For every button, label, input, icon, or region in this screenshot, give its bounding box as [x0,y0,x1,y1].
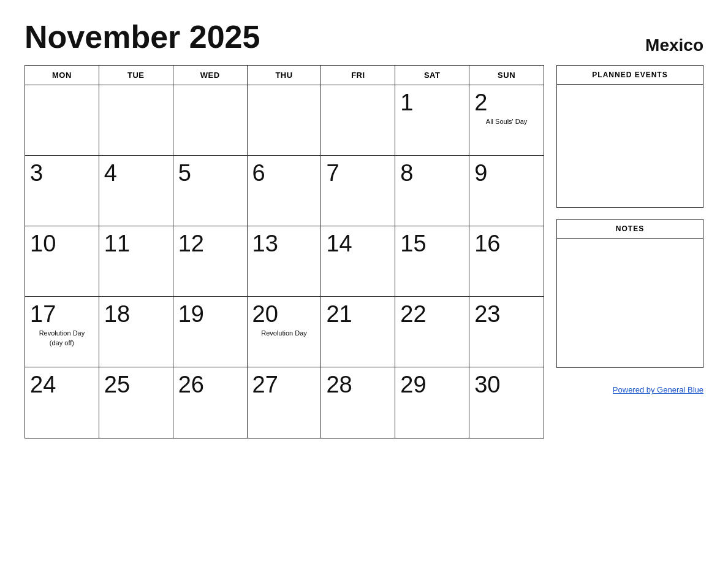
day-cell: 20Revolution Day [248,297,322,367]
day-number: 3 [30,161,43,186]
day-cell: 30 [469,367,544,438]
day-number: 2 [474,90,487,116]
day-cell: 15 [395,226,469,297]
day-number: 18 [104,302,130,327]
calendar-row: 3456789 [25,156,544,226]
day-number: 21 [326,302,352,327]
day-header: SUN [469,66,544,85]
day-cell: 19 [173,297,248,367]
day-cell: 1 [395,85,469,156]
day-cell: 24 [25,367,99,438]
day-number: 19 [178,302,204,327]
day-cell: 5 [173,156,248,226]
day-cell: 14 [321,226,395,297]
day-header: THU [248,66,322,85]
day-number: 23 [474,302,500,327]
day-header: TUE [99,66,173,85]
calendar: MONTUEWEDTHUFRISATSUN 12All Souls' Day34… [25,65,544,439]
planned-events-box: PLANNED EVENTS [556,65,703,208]
day-cell: 13 [248,226,322,297]
day-number: 5 [178,161,191,186]
day-number: 24 [30,372,56,398]
day-cell [25,85,99,156]
calendar-row: 17Revolution Day(day off)181920Revolutio… [25,297,544,367]
day-cell: 28 [321,367,395,438]
day-cell [173,85,248,156]
calendar-row: 24252627282930 [25,367,544,438]
day-cell: 25 [99,367,173,438]
planned-events-header: PLANNED EVENTS [557,66,703,85]
day-number: 8 [400,161,413,186]
day-cell: 12 [173,226,248,297]
day-header: MON [25,66,99,85]
day-number: 9 [474,161,487,186]
day-cell: 26 [173,367,248,438]
day-number: 25 [104,372,130,398]
event-label: Revolution Day [30,329,94,337]
calendar-body: 12All Souls' Day34567891011121314151617R… [25,85,544,438]
calendar-header-row: MONTUEWEDTHUFRISATSUN [25,66,544,85]
day-cell: 7 [321,156,395,226]
day-cell: 22 [395,297,469,367]
day-cell: 9 [469,156,544,226]
day-cell: 18 [99,297,173,367]
notes-body [557,239,703,367]
day-header: WED [173,66,248,85]
day-cell: 2All Souls' Day [469,85,544,156]
powered-by-link[interactable]: Powered by General Blue [613,385,703,394]
day-number: 17 [30,302,56,327]
day-cell: 4 [99,156,173,226]
day-cell: 21 [321,297,395,367]
day-cell: 6 [248,156,322,226]
main-layout: MONTUEWEDTHUFRISATSUN 12All Souls' Day34… [25,65,703,439]
day-cell: 27 [248,367,322,438]
day-number: 1 [400,90,413,116]
page-header: November 2025 Mexico [25,18,703,55]
day-header: SAT [395,66,469,85]
day-number: 11 [104,231,130,257]
day-number: 10 [30,231,56,257]
day-number: 26 [178,372,204,398]
day-number: 14 [326,231,352,257]
calendar-row: 12All Souls' Day [25,85,544,156]
day-header: FRI [321,66,395,85]
day-number: 13 [252,231,278,257]
page-title: November 2025 [25,18,260,55]
day-number: 27 [252,372,278,398]
day-cell [248,85,322,156]
day-number: 16 [474,231,500,257]
notes-box: NOTES [556,219,703,368]
day-cell: 17Revolution Day(day off) [25,297,99,367]
day-cell [321,85,395,156]
day-number: 29 [400,372,426,398]
day-cell: 11 [99,226,173,297]
day-cell: 8 [395,156,469,226]
day-number: 30 [474,372,500,398]
day-number: 22 [400,302,426,327]
calendar-row: 10111213141516 [25,226,544,297]
notes-header: NOTES [557,220,703,239]
day-number: 4 [104,161,117,186]
day-cell [99,85,173,156]
country-label: Mexico [645,36,703,55]
day-cell: 3 [25,156,99,226]
event-label: All Souls' Day [474,117,539,126]
day-cell: 23 [469,297,544,367]
event-label: Revolution Day [252,329,316,337]
day-cell: 10 [25,226,99,297]
day-number: 6 [252,161,265,186]
event-label-2: (day off) [30,339,94,347]
day-number: 28 [326,372,352,398]
sidebar: PLANNED EVENTS NOTES Powered by General … [556,65,703,439]
day-number: 20 [252,302,278,327]
day-number: 12 [178,231,204,257]
day-number: 15 [400,231,426,257]
day-cell: 29 [395,367,469,438]
day-number: 7 [326,161,339,186]
planned-events-body [557,85,703,207]
powered-by: Powered by General Blue [556,385,703,394]
day-cell: 16 [469,226,544,297]
